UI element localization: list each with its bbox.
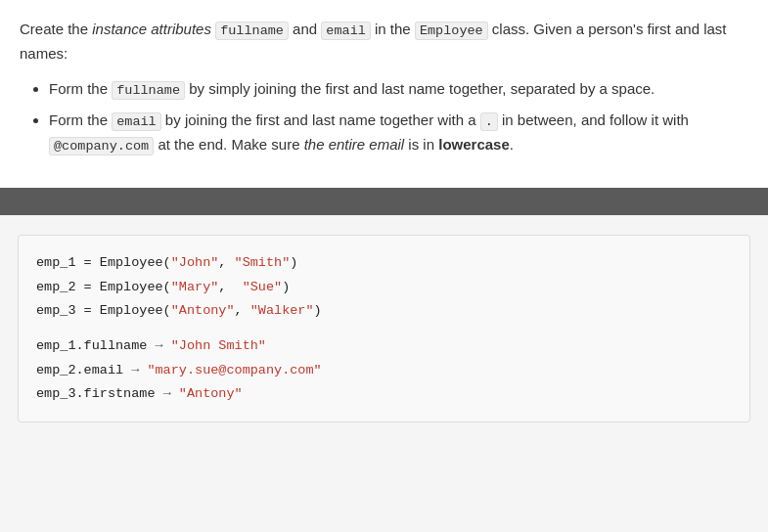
- bullet2-suffix-mid: is in: [404, 136, 438, 153]
- bullet2-code2: .: [480, 112, 498, 131]
- code-line-3: emp_3 = Employee("Antony", "Walker"): [36, 299, 732, 323]
- result-line-1: emp_1.fullname → "John Smith": [36, 334, 732, 358]
- italic-instance-attributes: instance attributes: [92, 21, 211, 37]
- bullet1-suffix: by simply joining the first and last nam…: [185, 80, 655, 97]
- intro-paragraph: Create the instance attributes fullname …: [20, 18, 748, 66]
- code-employee: Employee: [415, 22, 488, 40]
- bullet2-prefix: Form the: [49, 111, 112, 128]
- bullet2-code3: @company.com: [49, 137, 154, 155]
- instruction-section: Create the instance attributes fullname …: [0, 0, 768, 188]
- bullet2-suffix-pre: at the end. Make sure: [154, 136, 303, 153]
- bullet2-period: .: [510, 136, 514, 153]
- code-line-1: emp_1 = Employee("John", "Smith"): [36, 251, 732, 275]
- bullet1-prefix: Form the: [49, 80, 112, 97]
- code-example-section: emp_1 = Employee("John", "Smith") emp_2 …: [18, 235, 750, 422]
- code-fullname: fullname: [215, 22, 289, 40]
- bullet1-code: fullname: [112, 81, 185, 100]
- bold-lowercase: lowercase: [438, 136, 510, 153]
- bullet2-mid2: in between, and follow it with: [498, 111, 689, 128]
- bullet2-mid1: by joining the first and last name toget…: [161, 111, 480, 128]
- section-divider: [0, 188, 768, 215]
- code-assignments: emp_1 = Employee("John", "Smith") emp_2 …: [36, 251, 732, 323]
- code-results: emp_1.fullname → "John Smith" emp_2.emai…: [36, 334, 732, 406]
- bullet-fullname: Form the fullname by simply joining the …: [49, 77, 748, 102]
- result-line-3: emp_3.firstname → "Antony": [36, 382, 732, 406]
- intro-text: Create the: [20, 21, 92, 37]
- code-line-2: emp_2 = Employee("Mary", "Sue"): [36, 276, 732, 299]
- bullet-email: Form the email by joining the first and …: [49, 109, 748, 156]
- bullet2-code: email: [112, 112, 161, 131]
- in-the-text: in the: [371, 21, 415, 37]
- bullet-list: Form the fullname by simply joining the …: [20, 77, 748, 157]
- italic-entire-email: the entire email: [304, 136, 405, 153]
- and-text: and: [289, 21, 321, 37]
- result-line-2: emp_2.email → "mary.sue@company.com": [36, 359, 732, 382]
- code-email: email: [321, 22, 371, 40]
